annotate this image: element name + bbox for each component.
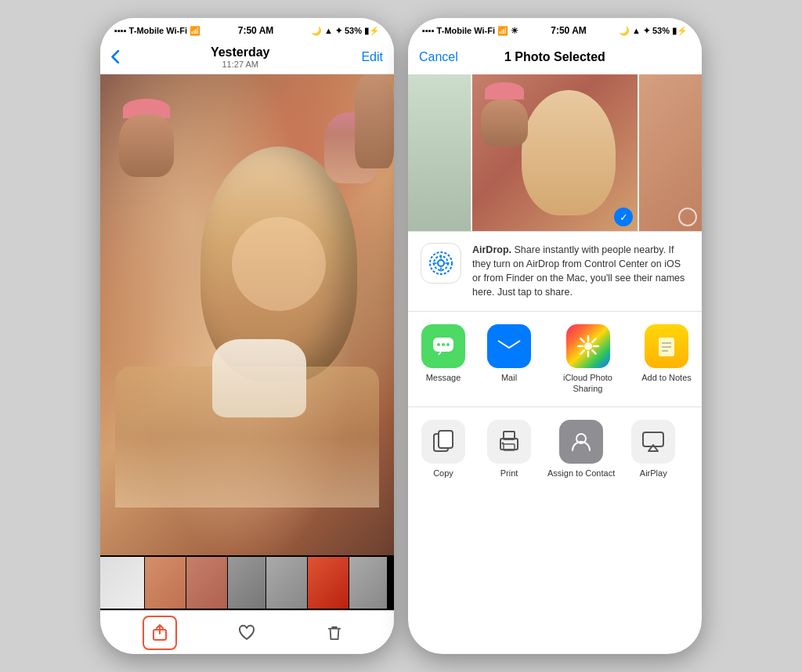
thumb-4[interactable]: [228, 557, 266, 609]
svg-line-16: [592, 338, 595, 341]
copy-icon[interactable]: [421, 420, 465, 464]
photos-icon[interactable]: [566, 324, 610, 368]
carrier-2: ▪▪▪▪ T-Mobile Wi-Fi 📶 ☀: [422, 26, 518, 36]
action-airplay[interactable]: AirPlay: [626, 420, 681, 479]
photo-display: [100, 74, 394, 555]
status-bar-1: ▪▪▪▪ T-Mobile Wi-Fi 📶 7:50 AM 🌙 ▲ ✦ 53% …: [100, 18, 394, 40]
svg-point-6: [442, 343, 445, 346]
print-icon[interactable]: [487, 420, 531, 464]
svg-point-9: [584, 342, 592, 350]
svg-point-5: [437, 343, 440, 346]
time-2: 7:50 AM: [551, 25, 587, 36]
photo-strip: ✓: [408, 74, 702, 231]
app-notes[interactable]: Add to Notes: [639, 324, 694, 383]
action-print[interactable]: Print: [482, 420, 536, 479]
selected-checkmark: ✓: [614, 208, 633, 226]
strip-thumb-center[interactable]: ✓: [472, 74, 638, 231]
thumb-3[interactable]: [186, 557, 227, 609]
pink-hat-figure: [115, 99, 178, 177]
carrier-1: ▪▪▪▪ T-Mobile Wi-Fi 📶: [114, 26, 200, 36]
svg-line-15: [592, 350, 595, 353]
delete-button[interactable]: [317, 616, 352, 650]
back-button[interactable]: [111, 50, 119, 63]
svg-rect-8: [498, 339, 520, 353]
nav-bar-1: Yesterday 11:27 AM Edit: [100, 40, 394, 74]
action-copy[interactable]: Copy: [416, 420, 471, 479]
photo-area: [100, 74, 394, 555]
thumb-7[interactable]: [349, 557, 387, 609]
airdrop-description: AirDrop. Share instantly with people nea…: [472, 243, 689, 300]
cancel-button[interactable]: Cancel: [419, 50, 458, 64]
strip-thumb-right[interactable]: [639, 74, 702, 231]
airplay-icon[interactable]: [631, 420, 675, 464]
battery-1: 🌙 ▲ ✦ 53% ▮⚡: [311, 26, 380, 36]
edit-button[interactable]: Edit: [361, 50, 383, 64]
app-icons-row: Message Mail: [408, 312, 702, 408]
thumb-5[interactable]: [266, 557, 307, 609]
messages-icon[interactable]: [421, 324, 465, 368]
share-nav: Cancel 1 Photo Selected: [408, 40, 702, 74]
thumb-2[interactable]: [145, 557, 186, 609]
svg-point-3: [438, 260, 444, 266]
nav-title-1: Yesterday 11:27 AM: [119, 45, 361, 69]
app-mail[interactable]: Mail: [482, 324, 536, 383]
phone1: ▪▪▪▪ T-Mobile Wi-Fi 📶 7:50 AM 🌙 ▲ ✦ 53% …: [100, 18, 394, 654]
app-icloud-photos[interactable]: iCloud Photo Sharing: [547, 324, 628, 395]
battery-2: 🌙 ▲ ✦ 53% ▮⚡: [619, 26, 688, 36]
shirt-area: [212, 339, 306, 417]
airdrop-icon[interactable]: [421, 243, 461, 284]
thumbnail-strip[interactable]: [100, 555, 394, 610]
svg-line-14: [580, 338, 583, 341]
thumb-1[interactable]: [100, 557, 144, 609]
phone2: ▪▪▪▪ T-Mobile Wi-Fi 📶 ☀ 7:50 AM 🌙 ▲ ✦ 53…: [408, 18, 702, 654]
notes-icon[interactable]: [645, 324, 688, 368]
strip-thumb-left[interactable]: [408, 74, 471, 231]
unselected-badge: [678, 208, 697, 226]
crowd-figure-far-right: [355, 74, 394, 168]
app-message[interactable]: Message: [416, 324, 471, 383]
svg-point-7: [446, 343, 450, 346]
status-bar-2: ▪▪▪▪ T-Mobile Wi-Fi 📶 ☀ 7:50 AM 🌙 ▲ ✦ 53…: [408, 18, 702, 40]
share-button[interactable]: [143, 616, 177, 650]
phones-container: ▪▪▪▪ T-Mobile Wi-Fi 📶 7:50 AM 🌙 ▲ ✦ 53% …: [85, 2, 717, 670]
toolbar-bottom: [100, 610, 394, 654]
share-title: 1 Photo Selected: [504, 50, 605, 64]
favorite-button[interactable]: [229, 616, 264, 650]
svg-line-17: [580, 350, 583, 353]
action-assign-to-contact[interactable]: Assign to Contact: [547, 420, 615, 479]
svg-rect-23: [439, 431, 453, 448]
time-1: 7:50 AM: [238, 25, 274, 36]
contact-icon[interactable]: [559, 420, 603, 464]
actions-row: Copy Print: [408, 407, 702, 491]
thumb-6[interactable]: [308, 557, 349, 609]
svg-point-27: [502, 443, 504, 445]
mail-icon[interactable]: [487, 324, 531, 368]
airdrop-section: AirDrop. Share instantly with people nea…: [408, 231, 702, 312]
